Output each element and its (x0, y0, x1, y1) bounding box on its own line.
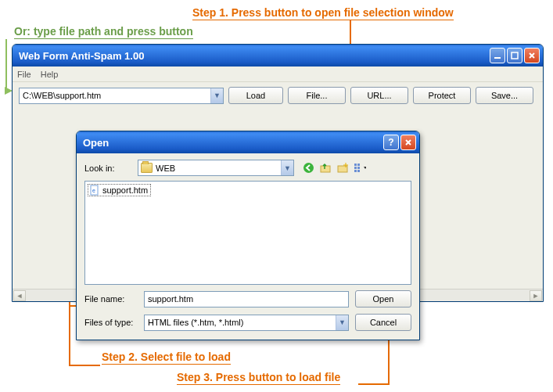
back-icon[interactable] (302, 162, 314, 174)
file-list[interactable]: esupport.htm (84, 181, 411, 285)
svg-rect-0 (494, 57, 501, 59)
chevron-down-icon[interactable]: ▼ (336, 315, 348, 330)
menubar: File Help (13, 67, 543, 82)
dialog-title: Open (83, 137, 382, 149)
titlebar[interactable]: Web Form Anti-Spam 1.00 (13, 45, 543, 67)
html-file-icon: e (89, 185, 100, 196)
load-button[interactable]: Load (228, 87, 283, 104)
scroll-left-icon[interactable]: ◄ (13, 290, 26, 301)
lookin-label: Look in: (84, 164, 133, 173)
close-button[interactable] (524, 48, 540, 63)
path-input-combo[interactable]: ▼ (19, 88, 224, 104)
chevron-down-icon[interactable]: ▼ (210, 88, 223, 103)
dialog-titlebar[interactable]: Open ? (77, 131, 419, 153)
svg-rect-3 (321, 166, 330, 172)
svg-text:e: e (92, 188, 95, 193)
filename-input[interactable] (144, 291, 349, 307)
lookin-value: WEB (156, 164, 278, 173)
svg-rect-12 (357, 170, 360, 172)
folder-icon (141, 163, 153, 173)
views-icon[interactable] (354, 162, 366, 174)
filetype-label: Files of type: (84, 318, 138, 327)
annotation-step2: Step 2. Select file to load (102, 351, 231, 365)
svg-rect-8 (354, 167, 357, 169)
minimize-button[interactable] (490, 48, 505, 63)
menu-file[interactable]: File (17, 70, 31, 79)
window-title: Web Form Anti-Spam 1.00 (19, 50, 488, 62)
new-folder-icon[interactable] (336, 162, 349, 174)
save-button[interactable]: Save... (476, 87, 533, 104)
annotation-step3: Step 3. Press button to load file (177, 371, 340, 385)
svg-rect-10 (357, 164, 360, 166)
up-folder-icon[interactable] (319, 162, 332, 174)
menu-help[interactable]: Help (41, 70, 59, 79)
path-input[interactable] (20, 91, 210, 100)
svg-point-2 (303, 163, 314, 173)
open-button[interactable]: Open (355, 290, 411, 307)
file-name: support.htm (102, 185, 148, 195)
url-button[interactable]: URL... (350, 87, 408, 104)
cancel-button[interactable]: Cancel (355, 314, 411, 331)
annotation-step1: Step 1. Press button to open file select… (192, 6, 454, 20)
filetype-value: HTML files (*.htm, *.html) (145, 318, 336, 327)
maximize-button[interactable] (507, 48, 522, 63)
help-button[interactable]: ? (383, 135, 399, 150)
chevron-down-icon[interactable]: ▼ (281, 160, 293, 175)
toolbar: ▼ Load File... URL... Protect Save... (13, 82, 543, 109)
filename-label: File name: (84, 294, 138, 304)
file-item[interactable]: esupport.htm (88, 184, 151, 196)
svg-rect-11 (357, 167, 360, 169)
scroll-right-icon[interactable]: ► (530, 290, 542, 301)
filetype-combo[interactable]: HTML files (*.htm, *.html) ▼ (144, 315, 349, 331)
open-dialog: Open ? Look in: WEB ▼ (76, 131, 420, 340)
dialog-close-button[interactable] (400, 135, 416, 150)
annotation-or: Or: type file path and press button (14, 25, 193, 39)
file-button[interactable]: File... (288, 87, 346, 104)
protect-button[interactable]: Protect (413, 87, 471, 104)
svg-rect-7 (354, 164, 357, 166)
svg-rect-1 (512, 52, 518, 59)
lookin-combo[interactable]: WEB ▼ (138, 160, 294, 176)
svg-rect-9 (354, 170, 357, 172)
